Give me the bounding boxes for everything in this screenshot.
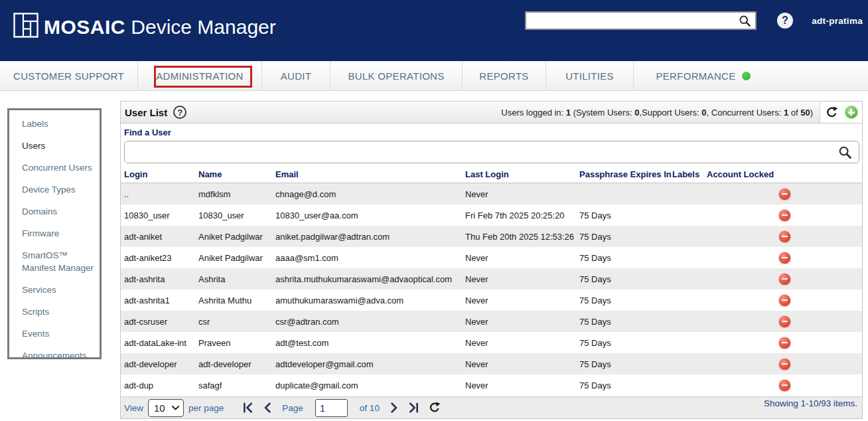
page-number-input[interactable] bbox=[315, 399, 348, 417]
page-size-select[interactable]: 10 bbox=[148, 399, 184, 417]
nav-tab-label: UTILITIES bbox=[565, 70, 614, 82]
column-header-email[interactable]: Email bbox=[275, 169, 465, 179]
nav-tab-label: ADMINISTRATION bbox=[156, 70, 243, 82]
cell-passphrase-expires: 75 Days bbox=[579, 253, 672, 263]
stats-segment: 50 bbox=[800, 108, 810, 118]
pagination-refresh-icon[interactable] bbox=[428, 401, 441, 414]
next-page-icon[interactable] bbox=[388, 402, 399, 413]
page-size-value: 10 bbox=[154, 402, 165, 414]
nav-tab-bulk-operations[interactable]: BULK OPERATIONS bbox=[330, 61, 463, 90]
table-row[interactable]: adt-aniketAniket Padgilwaraniket.padgilw… bbox=[121, 226, 862, 247]
account-locked-icon[interactable] bbox=[778, 273, 791, 286]
table-row[interactable]: adt-developeradt-developeradtdeveloper@g… bbox=[121, 353, 862, 375]
account-locked-icon[interactable] bbox=[778, 209, 791, 222]
global-search-box bbox=[525, 11, 757, 30]
app-title-rest: Device Manager bbox=[125, 16, 276, 38]
cell-account-locked bbox=[707, 337, 862, 349]
sidebar-item-services[interactable]: Services bbox=[22, 284, 98, 296]
cell-name: csr bbox=[198, 317, 275, 327]
cell-login: adt-csruser bbox=[124, 317, 198, 327]
table-row[interactable]: adt-ashritaAshritaashrita.muthukumaraswa… bbox=[121, 268, 862, 290]
nav-tab-performance[interactable]: PERFORMANCE bbox=[634, 61, 773, 90]
nav-tab-label: BULK OPERATIONS bbox=[348, 70, 444, 82]
sidebar-item-concurrent-users[interactable]: Concurrent Users bbox=[22, 161, 98, 174]
column-header-last-login[interactable]: Last Login bbox=[465, 169, 579, 179]
cell-passphrase-expires: 75 Days bbox=[579, 274, 672, 284]
refresh-icon[interactable] bbox=[825, 106, 839, 120]
account-locked-icon[interactable] bbox=[778, 188, 791, 201]
cell-account-locked bbox=[707, 358, 862, 371]
sidebar-item-firmware[interactable]: Firmware bbox=[22, 227, 98, 240]
account-locked-icon[interactable] bbox=[778, 294, 791, 307]
cell-passphrase-expires: 75 Days bbox=[579, 359, 672, 369]
user-list-help-icon[interactable]: ? bbox=[173, 106, 186, 119]
last-page-icon[interactable] bbox=[408, 402, 419, 413]
users-logged-in-stats: Users logged in: 1 (System Users: 0,Supp… bbox=[501, 108, 813, 118]
cell-last-login: Never bbox=[465, 380, 579, 390]
table-header-row: LoginNameEmailLast LoginPassphrase Expir… bbox=[121, 166, 862, 183]
table-row[interactable]: adt-dupsafagfduplicate@gmail.comNever75 … bbox=[121, 375, 862, 396]
first-page-icon[interactable] bbox=[242, 402, 253, 413]
table-row[interactable]: ..mdfklsmchnage@d.comNever bbox=[121, 183, 862, 205]
nav-tab-administration[interactable]: ADMINISTRATION bbox=[138, 61, 262, 90]
logged-in-username[interactable]: adt-pratima bbox=[812, 16, 863, 26]
nav-tab-customer-support[interactable]: CUSTOMER SUPPORT bbox=[0, 61, 138, 90]
cell-account-locked bbox=[707, 294, 862, 307]
column-header-name[interactable]: Name bbox=[198, 169, 275, 179]
cell-account-locked bbox=[707, 273, 862, 286]
cell-account-locked bbox=[707, 252, 862, 264]
sidebar-item-device-types[interactable]: Device Types bbox=[22, 183, 98, 196]
add-user-icon[interactable] bbox=[845, 106, 858, 119]
global-search-input[interactable] bbox=[526, 13, 739, 29]
cell-email: adt@test.com bbox=[275, 338, 465, 348]
sidebar-item-smartos-manifest-manager[interactable]: SmartOS™ Manifest Manager bbox=[22, 249, 98, 274]
account-locked-icon[interactable] bbox=[778, 315, 791, 328]
nav-tab-utilities[interactable]: UTILITIES bbox=[546, 61, 634, 90]
table-row[interactable]: adt-aniket23Aniket Padgilwaraaaa@sm1.com… bbox=[121, 247, 862, 268]
nav-tab-audit[interactable]: AUDIT bbox=[262, 61, 330, 90]
showing-items-text: Showing 1-10/93 items. bbox=[764, 398, 857, 408]
sidebar-item-domains[interactable]: Domains bbox=[22, 205, 98, 218]
cell-passphrase-expires: 75 Days bbox=[579, 232, 672, 242]
sidebar-item-labels[interactable]: Labels bbox=[22, 118, 98, 130]
cell-last-login: Never bbox=[465, 253, 579, 263]
find-a-user-input[interactable] bbox=[125, 141, 859, 163]
chevron-down-icon bbox=[172, 406, 179, 410]
column-header-login[interactable]: Login bbox=[124, 169, 198, 179]
account-locked-icon[interactable] bbox=[778, 379, 791, 392]
status-green-dot-icon bbox=[742, 72, 751, 80]
view-label: View bbox=[124, 403, 143, 413]
cell-login: adt-ashrita bbox=[124, 274, 198, 284]
table-row[interactable]: adt-ashrita1Ashrita Muthuamuthukumaraswa… bbox=[121, 290, 862, 311]
sidebar-item-announcements[interactable]: Announcements bbox=[22, 349, 98, 362]
account-locked-icon[interactable] bbox=[778, 337, 791, 349]
account-locked-icon[interactable] bbox=[778, 252, 791, 264]
user-list-panel: User List ? Users logged in: 1 (System U… bbox=[120, 101, 863, 419]
top-header: MOSAIC Device Manager ? adt-pratima bbox=[0, 0, 868, 61]
sidebar-item-scripts[interactable]: Scripts bbox=[22, 305, 98, 318]
account-locked-icon[interactable] bbox=[778, 358, 791, 371]
help-icon[interactable]: ? bbox=[777, 13, 793, 29]
table-row[interactable]: 10830_user10830_user10830_user@aa.comFri… bbox=[121, 205, 862, 226]
nav-tab-reports[interactable]: REPORTS bbox=[463, 61, 546, 90]
cell-last-login: Never bbox=[465, 295, 579, 305]
sidebar-item-events[interactable]: Events bbox=[22, 327, 98, 340]
stats-segment: of bbox=[788, 108, 800, 118]
find-search-icon[interactable] bbox=[838, 145, 852, 159]
column-header-labels[interactable]: Labels bbox=[672, 169, 707, 179]
sidebar-item-users[interactable]: Users bbox=[22, 139, 98, 152]
cell-account-locked bbox=[707, 209, 862, 222]
table-row[interactable]: adt-dataLake-intPraveenadt@test.comNever… bbox=[121, 332, 862, 353]
stats-segment: , Concurrent Users: bbox=[707, 108, 784, 118]
cell-last-login: Never bbox=[465, 189, 579, 199]
stats-segment: 0 bbox=[701, 108, 706, 118]
column-header-account-locked[interactable]: Account Locked bbox=[707, 169, 862, 179]
previous-page-icon[interactable] bbox=[262, 402, 273, 413]
search-icon[interactable] bbox=[739, 15, 751, 27]
column-header-passphrase-expires-in[interactable]: Passphrase Expires In bbox=[579, 169, 672, 179]
cell-login: adt-ashrita1 bbox=[124, 295, 198, 305]
cell-email: aaaa@sm1.com bbox=[275, 253, 465, 263]
account-locked-icon[interactable] bbox=[778, 230, 791, 243]
cell-last-login: Never bbox=[465, 359, 579, 369]
table-row[interactable]: adt-csrusercsrcsr@adtran.comNever75 Days bbox=[121, 311, 862, 332]
